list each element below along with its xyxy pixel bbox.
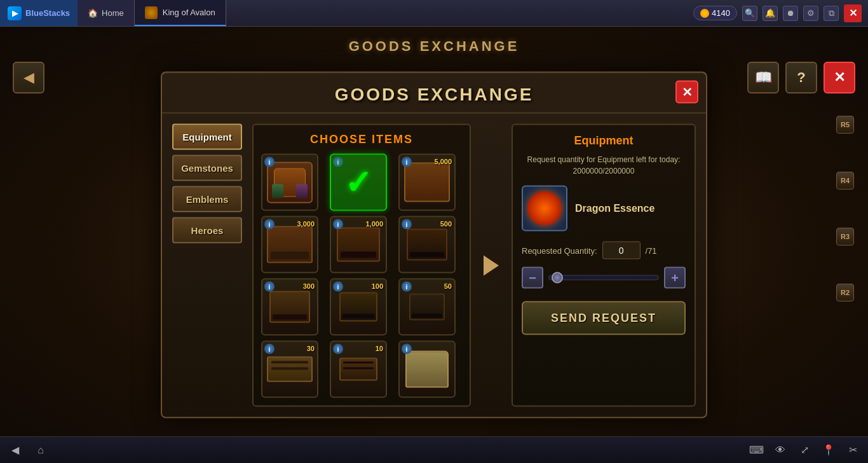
item-count-6: 500	[440, 220, 452, 228]
item-count-5: 1,000	[365, 220, 383, 228]
bell-btn[interactable]: 🔔	[763, 6, 778, 21]
item-cell-10[interactable]: i 30	[261, 341, 318, 398]
items-panel-title: CHOOSE ITEMS	[261, 133, 462, 146]
arrow-right-icon	[484, 255, 499, 275]
item-info-icon-10[interactable]: i	[264, 344, 275, 354]
category-emblems[interactable]: Emblems	[172, 186, 242, 212]
home-tab[interactable]: 🏠 Home	[78, 0, 135, 26]
item-cell-2[interactable]: i ✓	[330, 154, 387, 211]
side-labels: R5 R4 R3 R2	[836, 116, 854, 301]
taskbar-resize-icon[interactable]: ⤢	[796, 441, 813, 459]
category-gemstones[interactable]: Gemstones	[172, 155, 242, 181]
taskbar-eye-icon[interactable]: 👁	[771, 441, 789, 459]
item-info-icon-3[interactable]: i	[402, 157, 412, 167]
dialog-title: GOODS EXCHANGE	[162, 85, 706, 105]
item-name-label: Dragon Essence	[575, 203, 654, 214]
home-icon: 🏠	[88, 8, 98, 18]
item-info-icon-5[interactable]: i	[333, 219, 343, 230]
record-btn[interactable]: ⏺	[783, 6, 798, 21]
dialog-close-top-button[interactable]: ✕	[824, 62, 855, 93]
taskbar-pin-icon[interactable]: 📍	[820, 441, 837, 459]
info-panel: Equipment Request quantity for Equipment…	[512, 124, 696, 407]
item-preview-box	[522, 186, 567, 232]
taskbar-right: ⌨ 👁 ⤢ 📍 ✂	[747, 441, 862, 459]
goods-exchange-dialog: GOODS EXCHANGE ✕ Equipment Gemstones Emb…	[161, 72, 707, 418]
quantity-input[interactable]	[602, 242, 641, 259]
item-cell-7[interactable]: i 300	[261, 279, 318, 336]
minus-button[interactable]: −	[522, 267, 543, 289]
quantity-label: Requested Quantity:	[522, 245, 597, 255]
back-button[interactable]: ◀	[13, 62, 44, 93]
side-label-r5[interactable]: R5	[836, 116, 854, 134]
plus-button[interactable]: +	[664, 267, 686, 289]
taskbar-keyboard-icon[interactable]: ⌨	[747, 441, 765, 459]
search-btn[interactable]: 🔍	[742, 6, 757, 21]
slider-thumb[interactable]	[552, 272, 563, 284]
category-equipment[interactable]: Equipment	[172, 124, 242, 150]
item-cell-9[interactable]: i 50	[398, 279, 456, 336]
item-cell-6[interactable]: i 500	[398, 216, 456, 273]
settings-btn[interactable]: ⚙	[803, 6, 818, 21]
bluestacks-logo[interactable]: ▶ BlueStacks	[0, 0, 78, 26]
taskbar-cut-icon[interactable]: ✂	[844, 441, 862, 459]
points-badge: 4140	[693, 6, 737, 20]
top-banner-text: GOODS EXCHANGE	[349, 38, 520, 55]
game-area: GOODS EXCHANGE ◀ 📖 ? ✕ R5 R4 R3 R2 GOODS…	[0, 27, 868, 463]
book-button[interactable]: 📖	[747, 62, 779, 93]
category-heroes[interactable]: Heroes	[172, 218, 242, 244]
restore-btn[interactable]: ⧉	[824, 6, 839, 21]
dialog-body: Equipment Gemstones Emblems Heroes CHOOS…	[162, 114, 706, 417]
bluestacks-label: BlueStacks	[25, 8, 70, 18]
item-info-icon-12[interactable]: i	[402, 344, 412, 354]
item-info-icon-11[interactable]: i	[333, 344, 343, 354]
titlebar-left: ▶ BlueStacks 🏠 Home King of Avalon	[0, 0, 226, 26]
dialog-header: GOODS EXCHANGE ✕	[162, 73, 706, 114]
quantity-row: Requested Quantity: /71	[522, 242, 686, 259]
top-banner: GOODS EXCHANGE	[349, 38, 520, 55]
game-tab-label: King of Avalon	[163, 8, 215, 17]
item-info-icon-1[interactable]: i	[264, 157, 275, 167]
side-label-r3[interactable]: R3	[836, 228, 854, 245]
category-nav: Equipment Gemstones Emblems Heroes	[172, 124, 242, 407]
item-info-icon-4[interactable]: i	[264, 219, 275, 230]
item-info-icon-7[interactable]: i	[264, 282, 275, 292]
top-game-buttons: 📖 ? ✕	[747, 62, 855, 93]
home-label: Home	[102, 8, 124, 18]
item-count-8: 100	[372, 282, 383, 290]
quantity-slider[interactable]	[548, 275, 659, 280]
slider-row: − +	[522, 267, 686, 289]
item-info-icon-6[interactable]: i	[402, 219, 412, 230]
help-button[interactable]: ?	[785, 62, 817, 93]
game-tab-icon	[145, 6, 158, 19]
side-label-r2[interactable]: R2	[836, 284, 854, 301]
close-btn[interactable]: ✕	[844, 4, 862, 22]
item-cell-4[interactable]: i 3,000	[261, 216, 318, 273]
arrow-container	[481, 124, 501, 407]
items-grid: i i ✓	[261, 154, 462, 398]
item-info-icon-9[interactable]: i	[402, 282, 412, 292]
dialog-close-button[interactable]: ✕	[675, 81, 698, 104]
item-count-3: 5,000	[434, 158, 452, 165]
game-tab[interactable]: King of Avalon	[135, 0, 226, 26]
item-cell-12[interactable]: i	[398, 341, 456, 398]
side-label-r4[interactable]: R4	[836, 172, 854, 190]
item-cell-11[interactable]: i 10	[330, 341, 387, 398]
item-count-10: 30	[307, 345, 315, 352]
item-preview-row: Dragon Essence	[522, 186, 686, 232]
item-info-icon-8[interactable]: i	[333, 282, 343, 292]
taskbar-home-icon[interactable]: ⌂	[32, 441, 50, 459]
titlebar-right: 4140 🔍 🔔 ⏺ ⚙ ⧉ ✕	[693, 4, 868, 22]
items-panel: CHOOSE ITEMS i i	[252, 124, 471, 407]
item-count-11: 10	[376, 345, 383, 352]
taskbar-back-icon[interactable]: ◀	[6, 441, 24, 459]
item-cell-5[interactable]: i 1,000	[330, 216, 387, 273]
item-count-7: 300	[303, 282, 315, 290]
item-cell-3[interactable]: i 5,000	[398, 154, 456, 211]
dragon-essence-icon	[527, 191, 562, 226]
item-cell-8[interactable]: i 100	[330, 279, 387, 336]
item-count-4: 3,000	[297, 220, 315, 228]
item-cell-1[interactable]: i	[261, 154, 318, 211]
titlebar: ▶ BlueStacks 🏠 Home King of Avalon 4140 …	[0, 0, 868, 27]
send-request-button[interactable]: SEND REQUEST	[522, 301, 686, 335]
info-title: Equipment	[522, 134, 686, 148]
